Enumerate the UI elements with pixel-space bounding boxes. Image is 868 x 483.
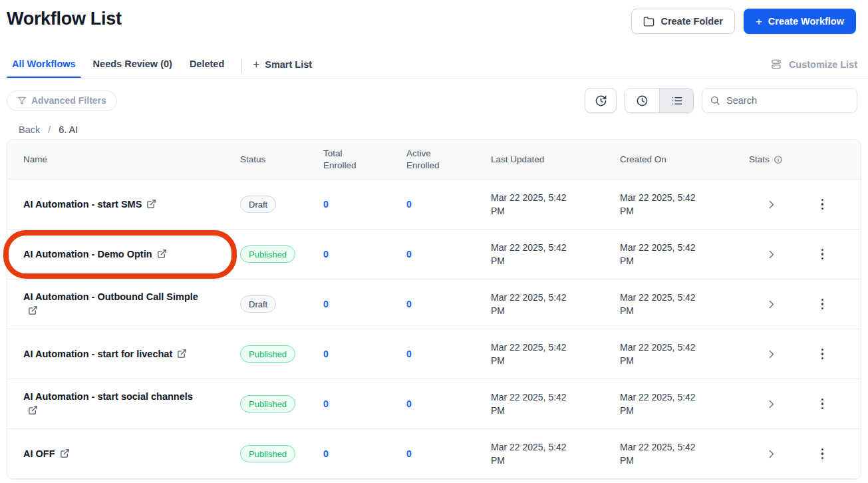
active-enrolled-cell: 0 <box>393 199 478 210</box>
search-input[interactable] <box>702 88 857 113</box>
stats-cell <box>736 379 861 428</box>
active-enrolled-cell: 0 <box>393 299 478 309</box>
table-row[interactable]: AI Automation - start SMS Draft 0 0 Mar … <box>7 180 861 230</box>
chevron-right-icon[interactable] <box>766 249 777 260</box>
created-on-cell: Mar 22 2025, 5:42 PM <box>607 241 710 267</box>
chevron-right-icon[interactable] <box>766 299 777 310</box>
total-enrolled-cell: 0 <box>310 448 393 459</box>
active-enrolled-cell: 0 <box>393 448 478 459</box>
row-menu-button[interactable] <box>819 296 827 313</box>
tab-all-workflows[interactable]: All Workflows <box>7 59 81 77</box>
active-enrolled-link[interactable]: 0 <box>406 399 412 409</box>
chevron-right-icon[interactable] <box>766 199 777 210</box>
external-link-icon[interactable] <box>177 349 187 359</box>
tab-deleted[interactable]: Deleted <box>184 59 229 77</box>
history-icon <box>595 94 607 107</box>
external-link-icon[interactable] <box>157 249 167 259</box>
chevron-right-icon[interactable] <box>766 448 777 460</box>
create-workflow-button[interactable]: + Create Workflow <box>744 9 856 34</box>
row-menu-button[interactable] <box>819 196 827 213</box>
stats-cell <box>736 279 861 329</box>
column-header-status: Status <box>227 154 310 164</box>
name-cell: AI Automation - Demo Optin <box>7 247 227 261</box>
stats-cell <box>736 180 861 229</box>
active-enrolled-link[interactable]: 0 <box>406 199 412 210</box>
last-updated-cell: Mar 22 2025, 5:42 PM <box>478 191 581 218</box>
table-row[interactable]: AI Automation - Demo Optin Published 0 0… <box>7 230 861 279</box>
customize-list-label: Customize List <box>789 59 857 70</box>
table-row[interactable]: AI OFF Published 0 0 Mar 22 2025, 5:42 P… <box>7 429 861 479</box>
search-icon <box>710 95 720 106</box>
row-menu-button[interactable] <box>819 246 827 263</box>
create-folder-button[interactable]: Create Folder <box>631 9 734 34</box>
folder-icon <box>643 16 654 27</box>
status-badge: Draft <box>240 196 276 213</box>
status-badge: Published <box>240 245 295 263</box>
chevron-right-icon[interactable] <box>766 349 777 360</box>
status-cell: Published <box>227 445 310 462</box>
created-on-cell: Mar 22 2025, 5:42 PM <box>607 341 710 367</box>
tab-bar: All Workflows Needs Review (0) Deleted +… <box>0 59 868 79</box>
sliders-icon <box>771 59 784 70</box>
top-bar: Workflow List Create Folder + Create Wor… <box>0 0 868 34</box>
chevron-right-icon[interactable] <box>766 399 777 410</box>
workflow-name-link[interactable]: AI Automation - start social channels <box>23 390 204 418</box>
table-row[interactable]: AI Automation - Outbound Call Simple Dra… <box>7 279 861 329</box>
last-updated-cell: Mar 22 2025, 5:42 PM <box>478 391 581 417</box>
total-enrolled-link[interactable]: 0 <box>323 448 329 459</box>
active-enrolled-link[interactable]: 0 <box>406 299 412 309</box>
advanced-filters-button[interactable]: Advanced Filters <box>7 90 117 111</box>
row-menu-button[interactable] <box>819 396 827 412</box>
recent-view-segment[interactable] <box>625 88 659 112</box>
view-toggle <box>625 88 694 113</box>
workflow-name-link[interactable]: AI Automation - start for livechat <box>23 347 187 361</box>
funnel-icon <box>17 96 27 105</box>
stats-cell <box>736 230 861 279</box>
tab-needs-review[interactable]: Needs Review (0) <box>88 59 178 77</box>
workflow-name-link[interactable]: AI Automation - Outbound Call Simple <box>23 290 204 318</box>
active-enrolled-link[interactable]: 0 <box>406 349 412 359</box>
total-enrolled-link[interactable]: 0 <box>323 399 329 409</box>
view-tools <box>585 88 857 113</box>
created-on-cell: Mar 22 2025, 5:42 PM <box>607 440 710 467</box>
column-header-created-on: Created On <box>607 154 736 164</box>
breadcrumb-back[interactable]: Back <box>19 124 40 135</box>
external-link-icon[interactable] <box>146 199 156 209</box>
history-button[interactable] <box>585 88 617 113</box>
info-icon[interactable] <box>774 155 783 164</box>
create-workflow-label: Create Workflow <box>768 16 844 27</box>
external-link-icon[interactable] <box>28 405 38 415</box>
status-badge: Published <box>240 445 295 462</box>
total-enrolled-cell: 0 <box>310 249 393 259</box>
status-badge: Published <box>240 395 295 412</box>
active-enrolled-cell: 0 <box>393 399 478 409</box>
list-view-segment[interactable] <box>659 88 693 112</box>
status-cell: Draft <box>227 196 310 213</box>
total-enrolled-cell: 0 <box>310 349 393 359</box>
status-cell: Published <box>227 245 310 263</box>
last-updated-cell: Mar 22 2025, 5:42 PM <box>478 291 581 317</box>
table-body: AI Automation - start SMS Draft 0 0 Mar … <box>7 180 861 479</box>
customize-list-button[interactable]: Customize List <box>771 59 857 78</box>
total-enrolled-link[interactable]: 0 <box>323 199 329 210</box>
active-enrolled-link[interactable]: 0 <box>406 448 412 459</box>
smart-list-button[interactable]: + Smart List <box>253 59 312 78</box>
last-updated-cell: Mar 22 2025, 5:42 PM <box>478 440 581 467</box>
tab-divider <box>241 59 242 73</box>
total-enrolled-link[interactable]: 0 <box>323 249 329 259</box>
row-menu-button[interactable] <box>819 446 827 462</box>
total-enrolled-link[interactable]: 0 <box>323 299 329 309</box>
total-enrolled-link[interactable]: 0 <box>323 349 329 359</box>
workflow-name-link[interactable]: AI Automation - Demo Optin <box>23 247 167 261</box>
plus-icon: + <box>756 16 762 27</box>
filter-bar: Advanced Filters <box>0 88 868 113</box>
external-link-icon[interactable] <box>60 448 70 458</box>
name-cell: AI Automation - start for livechat <box>7 347 227 361</box>
table-row[interactable]: AI Automation - start social channels Pu… <box>7 379 861 429</box>
table-row[interactable]: AI Automation - start for livechat Publi… <box>7 329 861 379</box>
workflow-name-link[interactable]: AI Automation - start SMS <box>23 198 156 212</box>
active-enrolled-link[interactable]: 0 <box>406 249 412 259</box>
external-link-icon[interactable] <box>28 305 38 315</box>
workflow-name-link[interactable]: AI OFF <box>23 447 70 461</box>
row-menu-button[interactable] <box>819 346 827 363</box>
